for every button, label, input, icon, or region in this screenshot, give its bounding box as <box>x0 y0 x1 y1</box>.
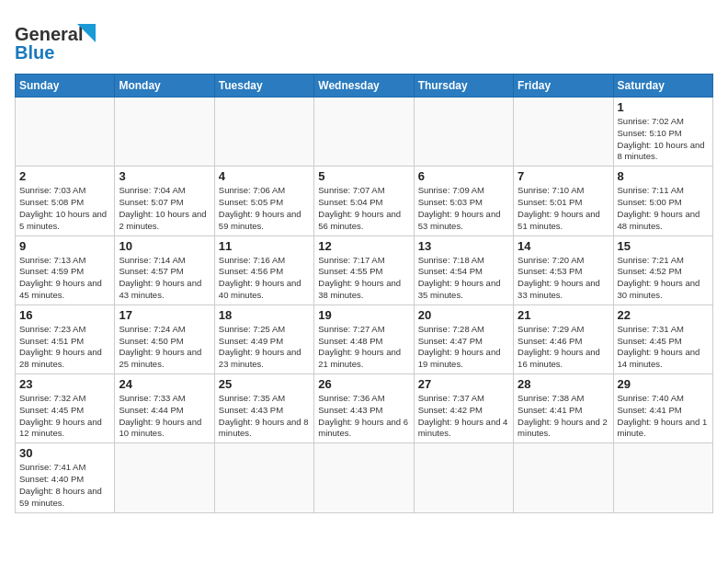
day-info: Sunrise: 7:10 AM Sunset: 5:01 PM Dayligh… <box>518 185 609 232</box>
day-number: 13 <box>418 239 509 253</box>
weekday-wednesday: Wednesday <box>314 75 414 98</box>
week-row-1: 2Sunrise: 7:03 AM Sunset: 5:08 PM Daylig… <box>16 167 713 236</box>
day-info: Sunrise: 7:33 AM Sunset: 4:44 PM Dayligh… <box>119 393 210 440</box>
week-row-4: 23Sunrise: 7:32 AM Sunset: 4:45 PM Dayli… <box>16 374 713 443</box>
day-info: Sunrise: 7:38 AM Sunset: 4:41 PM Dayligh… <box>518 393 609 440</box>
day-number: 9 <box>19 239 110 253</box>
day-number: 25 <box>219 377 310 391</box>
weekday-sunday: Sunday <box>16 75 115 98</box>
day-cell: 23Sunrise: 7:32 AM Sunset: 4:45 PM Dayli… <box>16 374 115 443</box>
day-cell: 12Sunrise: 7:17 AM Sunset: 4:55 PM Dayli… <box>314 236 414 304</box>
day-info: Sunrise: 7:31 AM Sunset: 4:45 PM Dayligh… <box>618 324 709 371</box>
day-cell: 14Sunrise: 7:20 AM Sunset: 4:53 PM Dayli… <box>514 236 613 304</box>
day-cell <box>613 443 712 512</box>
day-info: Sunrise: 7:29 AM Sunset: 4:46 PM Dayligh… <box>518 324 609 371</box>
day-info: Sunrise: 7:04 AM Sunset: 5:07 PM Dayligh… <box>119 185 210 232</box>
day-cell <box>115 98 214 167</box>
week-row-5: 30Sunrise: 7:41 AM Sunset: 4:40 PM Dayli… <box>16 443 713 512</box>
day-cell <box>414 443 513 512</box>
day-cell: 9Sunrise: 7:13 AM Sunset: 4:59 PM Daylig… <box>16 236 115 304</box>
day-number: 16 <box>19 308 110 322</box>
day-cell: 30Sunrise: 7:41 AM Sunset: 4:40 PM Dayli… <box>16 443 115 512</box>
day-cell <box>214 443 313 512</box>
day-info: Sunrise: 7:27 AM Sunset: 4:48 PM Dayligh… <box>318 324 409 371</box>
svg-text:General: General <box>15 24 83 44</box>
day-number: 1 <box>618 100 709 114</box>
page-header: General Blue <box>15 15 713 63</box>
day-cell: 13Sunrise: 7:18 AM Sunset: 4:54 PM Dayli… <box>414 236 513 304</box>
day-number: 28 <box>518 377 609 391</box>
weekday-friday: Friday <box>514 75 613 98</box>
weekday-tuesday: Tuesday <box>214 75 313 98</box>
day-cell <box>514 443 613 512</box>
day-cell: 1Sunrise: 7:02 AM Sunset: 5:10 PM Daylig… <box>613 98 712 167</box>
day-number: 14 <box>518 239 609 253</box>
day-cell: 20Sunrise: 7:28 AM Sunset: 4:47 PM Dayli… <box>414 304 513 373</box>
day-info: Sunrise: 7:41 AM Sunset: 4:40 PM Dayligh… <box>19 462 110 509</box>
weekday-monday: Monday <box>115 75 214 98</box>
day-number: 10 <box>119 239 210 253</box>
day-cell <box>314 443 414 512</box>
week-row-0: 1Sunrise: 7:02 AM Sunset: 5:10 PM Daylig… <box>16 98 713 167</box>
day-info: Sunrise: 7:16 AM Sunset: 4:56 PM Dayligh… <box>219 255 310 302</box>
day-info: Sunrise: 7:40 AM Sunset: 4:41 PM Dayligh… <box>618 393 709 440</box>
day-number: 2 <box>19 169 110 183</box>
day-number: 20 <box>418 308 509 322</box>
day-cell <box>414 98 513 167</box>
day-number: 8 <box>618 169 709 183</box>
day-cell: 24Sunrise: 7:33 AM Sunset: 4:44 PM Dayli… <box>115 374 214 443</box>
day-info: Sunrise: 7:06 AM Sunset: 5:05 PM Dayligh… <box>219 185 310 232</box>
day-cell: 26Sunrise: 7:36 AM Sunset: 4:43 PM Dayli… <box>314 374 414 443</box>
logo: General Blue <box>15 15 96 63</box>
weekday-saturday: Saturday <box>613 75 712 98</box>
day-info: Sunrise: 7:35 AM Sunset: 4:43 PM Dayligh… <box>219 393 310 440</box>
week-row-3: 16Sunrise: 7:23 AM Sunset: 4:51 PM Dayli… <box>16 304 713 373</box>
day-info: Sunrise: 7:28 AM Sunset: 4:47 PM Dayligh… <box>418 324 509 371</box>
day-number: 17 <box>119 308 210 322</box>
day-number: 30 <box>19 446 110 460</box>
day-cell: 4Sunrise: 7:06 AM Sunset: 5:05 PM Daylig… <box>214 167 313 236</box>
day-cell: 19Sunrise: 7:27 AM Sunset: 4:48 PM Dayli… <box>314 304 414 373</box>
day-info: Sunrise: 7:20 AM Sunset: 4:53 PM Dayligh… <box>518 255 609 302</box>
day-number: 3 <box>119 169 210 183</box>
day-number: 19 <box>318 308 409 322</box>
day-number: 22 <box>618 308 709 322</box>
weekday-thursday: Thursday <box>414 75 513 98</box>
day-number: 5 <box>318 169 409 183</box>
day-cell: 22Sunrise: 7:31 AM Sunset: 4:45 PM Dayli… <box>613 304 712 373</box>
day-cell: 8Sunrise: 7:11 AM Sunset: 5:00 PM Daylig… <box>613 167 712 236</box>
weekday-header-row: SundayMondayTuesdayWednesdayThursdayFrid… <box>16 75 713 98</box>
day-info: Sunrise: 7:25 AM Sunset: 4:49 PM Dayligh… <box>219 324 310 371</box>
day-info: Sunrise: 7:03 AM Sunset: 5:08 PM Dayligh… <box>19 185 110 232</box>
day-cell: 25Sunrise: 7:35 AM Sunset: 4:43 PM Dayli… <box>214 374 313 443</box>
day-info: Sunrise: 7:17 AM Sunset: 4:55 PM Dayligh… <box>318 255 409 302</box>
day-cell: 10Sunrise: 7:14 AM Sunset: 4:57 PM Dayli… <box>115 236 214 304</box>
day-cell <box>214 98 313 167</box>
logo-icon: General Blue <box>15 15 96 63</box>
week-row-2: 9Sunrise: 7:13 AM Sunset: 4:59 PM Daylig… <box>16 236 713 304</box>
day-number: 18 <box>219 308 310 322</box>
day-cell: 7Sunrise: 7:10 AM Sunset: 5:01 PM Daylig… <box>514 167 613 236</box>
day-number: 23 <box>19 377 110 391</box>
day-info: Sunrise: 7:09 AM Sunset: 5:03 PM Dayligh… <box>418 185 509 232</box>
day-cell: 18Sunrise: 7:25 AM Sunset: 4:49 PM Dayli… <box>214 304 313 373</box>
day-number: 29 <box>618 377 709 391</box>
day-info: Sunrise: 7:11 AM Sunset: 5:00 PM Dayligh… <box>618 185 709 232</box>
day-number: 11 <box>219 239 310 253</box>
day-cell: 27Sunrise: 7:37 AM Sunset: 4:42 PM Dayli… <box>414 374 513 443</box>
day-number: 21 <box>518 308 609 322</box>
calendar-table: SundayMondayTuesdayWednesdayThursdayFrid… <box>15 74 713 513</box>
day-cell: 2Sunrise: 7:03 AM Sunset: 5:08 PM Daylig… <box>16 167 115 236</box>
day-number: 12 <box>318 239 409 253</box>
day-cell <box>115 443 214 512</box>
calendar-body: 1Sunrise: 7:02 AM Sunset: 5:10 PM Daylig… <box>16 98 713 513</box>
day-info: Sunrise: 7:13 AM Sunset: 4:59 PM Dayligh… <box>19 255 110 302</box>
day-cell: 3Sunrise: 7:04 AM Sunset: 5:07 PM Daylig… <box>115 167 214 236</box>
day-number: 4 <box>219 169 310 183</box>
day-cell: 15Sunrise: 7:21 AM Sunset: 4:52 PM Dayli… <box>613 236 712 304</box>
day-cell: 5Sunrise: 7:07 AM Sunset: 5:04 PM Daylig… <box>314 167 414 236</box>
day-info: Sunrise: 7:37 AM Sunset: 4:42 PM Dayligh… <box>418 393 509 440</box>
day-cell <box>314 98 414 167</box>
day-info: Sunrise: 7:23 AM Sunset: 4:51 PM Dayligh… <box>19 324 110 371</box>
svg-text:Blue: Blue <box>15 42 54 63</box>
